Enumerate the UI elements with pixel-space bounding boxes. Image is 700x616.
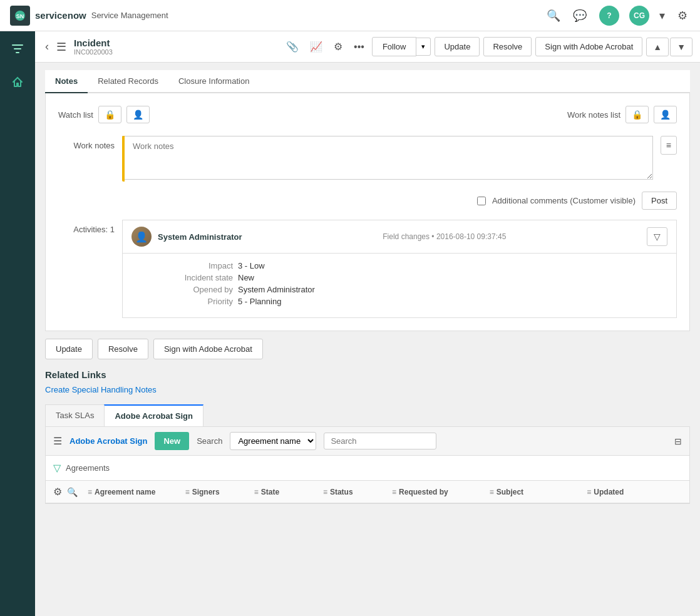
related-links-title: Related Links <box>45 369 690 380</box>
main-content: ‹ ☰ Incident INC0020003 📎 📈 ⚙ ••• Follow… <box>35 31 700 616</box>
acrobat-new-button[interactable]: New <box>155 432 189 450</box>
record-number-label: INC0020003 <box>74 48 113 56</box>
sub-tab-task-slas[interactable]: Task SLAs <box>45 404 105 426</box>
work-notes-list-label: Work notes list <box>567 110 620 120</box>
customize-button[interactable]: ⚙ <box>330 37 346 56</box>
watch-list-add-button[interactable]: 👤 <box>126 106 150 123</box>
filter-icon[interactable] <box>8 39 28 62</box>
prev-record-button[interactable]: ▲ <box>646 38 669 56</box>
additional-comments-label: Additional comments (Customer visible) <box>492 196 636 205</box>
acrobat-collapse-icon[interactable]: ⊟ <box>674 436 682 446</box>
acrobat-search-field-select[interactable]: Agreement name <box>230 432 316 450</box>
follow-dropdown-button[interactable]: ▾ <box>416 38 431 56</box>
chevron-down-icon[interactable]: ▾ <box>657 6 667 25</box>
more-options-button[interactable]: ••• <box>350 38 368 56</box>
agreements-filter-icon[interactable]: ▽ <box>53 462 61 474</box>
acrobat-search-input[interactable] <box>324 433 436 449</box>
work-notes-accent-bar <box>122 136 125 182</box>
search-icon[interactable]: 🔍 <box>544 6 563 25</box>
attach-button[interactable]: 📎 <box>282 37 302 56</box>
acrobat-toolbar: ☰ Adobe Acrobat Sign New Search Agreemen… <box>46 427 689 456</box>
sub-tab-adobe-acrobat[interactable]: Adobe Acrobat Sign <box>104 404 203 426</box>
follow-group: Follow ▾ <box>372 37 431 56</box>
sign-acrobat-button[interactable]: Sign with Adobe Acrobat <box>535 37 642 56</box>
update-button[interactable]: Update <box>435 37 480 56</box>
activity-filter-button[interactable]: ▽ <box>647 227 667 246</box>
back-button[interactable]: ‹ <box>43 38 51 56</box>
watch-list-lock-button[interactable]: 🔒 <box>98 106 121 123</box>
incident-state-label: Incident state <box>158 273 233 282</box>
acrobat-menu-icon[interactable]: ☰ <box>53 435 62 447</box>
tab-closure-information[interactable]: Closure Information <box>168 70 259 93</box>
help-icon[interactable]: ? <box>597 3 622 28</box>
col-subject[interactable]: ≡ Subject <box>490 488 585 496</box>
priority-label: Priority <box>158 297 233 306</box>
work-notes-add-button[interactable]: 👤 <box>654 106 677 123</box>
work-notes-lock-button[interactable]: 🔒 <box>625 106 649 123</box>
opened-by-value: System Administrator <box>238 285 315 294</box>
col-requested-by[interactable]: ≡ Requested by <box>392 488 487 496</box>
bottom-resolve-button[interactable]: Resolve <box>98 339 148 359</box>
work-notes-list-group: Work notes list 🔒 👤 <box>567 106 677 123</box>
opened-by-label: Opened by <box>158 285 233 294</box>
activity-field-impact: Impact 3 - Low <box>158 261 667 270</box>
impact-label: Impact <box>158 261 233 270</box>
bottom-actions: Update Resolve Sign with Adobe Acrobat <box>45 339 690 359</box>
resolve-button[interactable]: Resolve <box>483 37 532 56</box>
agreements-header: ▽ Agreements <box>46 456 689 481</box>
svg-text:SN: SN <box>16 13 24 19</box>
activities-label: Activities: 1 <box>58 220 115 234</box>
watch-list-label: Watch list <box>58 110 93 120</box>
incident-state-value: New <box>238 273 254 282</box>
bottom-sign-acrobat-button[interactable]: Sign with Adobe Acrobat <box>153 339 263 359</box>
service-management-label: Service Management <box>91 11 168 20</box>
watch-list-group: Watch list 🔒 👤 <box>58 106 150 123</box>
col-state[interactable]: ≡ State <box>254 488 321 496</box>
col-agreement-name[interactable]: ≡ Agreement name <box>88 488 183 496</box>
additional-comments-row: Additional comments (Customer visible) P… <box>58 192 677 210</box>
table-search-icon[interactable]: 🔍 <box>67 487 78 497</box>
work-notes-format-button[interactable]: ≡ <box>661 136 677 155</box>
related-links-section: Related Links Create Special Handling No… <box>45 369 690 394</box>
follow-button[interactable]: Follow <box>372 37 417 56</box>
additional-comments-checkbox[interactable] <box>477 197 486 205</box>
tab-notes[interactable]: Notes <box>45 70 88 93</box>
impact-value: 3 - Low <box>238 261 265 270</box>
table-settings-icon[interactable]: ⚙ <box>53 486 62 498</box>
table-header: ⚙ 🔍 ≡ Agreement name ≡ Signers ≡ State <box>46 481 689 503</box>
activity-field-opened-by: Opened by System Administrator <box>158 285 667 294</box>
activity-avatar-image: 👤 <box>131 227 152 247</box>
tab-related-records[interactable]: Related Records <box>88 70 168 93</box>
col-signers[interactable]: ≡ Signers <box>185 488 252 496</box>
top-navigation: SN servicenow Service Management 🔍 💬 ? C… <box>0 0 700 31</box>
logo-icon: SN <box>10 6 30 26</box>
user-avatar[interactable]: CG <box>629 6 649 26</box>
settings-icon[interactable]: ⚙ <box>675 6 690 25</box>
create-special-handling-link[interactable]: Create Special Handling Notes <box>45 385 157 394</box>
work-notes-textarea[interactable] <box>122 136 653 180</box>
help-avatar: ? <box>599 6 619 26</box>
activity-header: 👤 System Administrator Field changes • 2… <box>122 220 677 254</box>
activity-field-state: Incident state New <box>158 273 667 282</box>
menu-icon[interactable]: ☰ <box>56 40 66 54</box>
nav-right: 🔍 💬 ? CG ▾ ⚙ <box>544 3 690 28</box>
home-icon[interactable] <box>8 72 28 95</box>
acrobat-panel: ☰ Adobe Acrobat Sign New Search Agreemen… <box>45 426 690 504</box>
chat-icon[interactable]: 💬 <box>570 6 589 25</box>
sub-tabs: Task SLAs Adobe Acrobat Sign <box>45 404 690 426</box>
chart-button[interactable]: 📈 <box>306 37 326 56</box>
post-button[interactable]: Post <box>642 192 677 210</box>
record-type-label: Incident <box>74 38 113 48</box>
logo: SN servicenow Service Management <box>10 6 168 26</box>
bottom-update-button[interactable]: Update <box>45 339 93 359</box>
col-updated[interactable]: ≡ Updated <box>587 488 682 496</box>
record-title: Incident INC0020003 <box>74 38 113 56</box>
col-status[interactable]: ≡ Status <box>323 488 389 496</box>
next-record-button[interactable]: ▼ <box>670 38 692 56</box>
activity-user: 👤 System Administrator <box>131 227 242 247</box>
work-notes-field-label: Work notes <box>58 136 115 150</box>
logo-text: servicenow <box>35 10 86 21</box>
activity-details: Impact 3 - Low Incident state New Opened… <box>122 254 677 318</box>
app-layout: ‹ ☰ Incident INC0020003 📎 📈 ⚙ ••• Follow… <box>0 31 700 616</box>
activity-field-priority: Priority 5 - Planning <box>158 297 667 306</box>
